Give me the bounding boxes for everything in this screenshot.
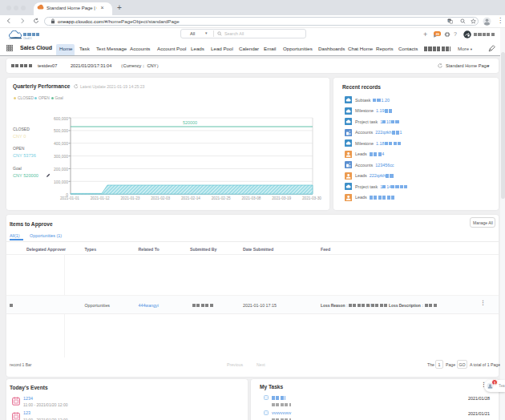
svg-text:a: a — [448, 19, 450, 22]
svg-text:520000: 520000 — [183, 120, 197, 125]
